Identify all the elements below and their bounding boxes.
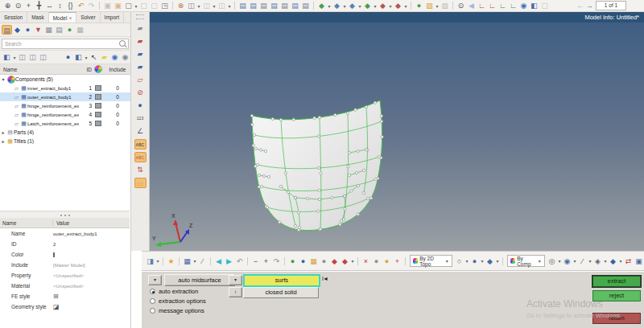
property-row-include[interactable]: Include [Master Model] [0, 260, 130, 270]
hide-entities-icon[interactable]: ● [298, 256, 308, 266]
tree-group-components[interactable]: ▾ Components (5) [0, 75, 130, 84]
tree-group-parts[interactable]: ▸ ▤ Parts (4) [0, 128, 130, 137]
copy-entities-icon[interactable]: ◫ [186, 1, 196, 10]
paste-component-icon[interactable]: ◫ [27, 52, 38, 62]
radio-auto-extraction[interactable]: auto extraction [150, 288, 198, 295]
tab-solver[interactable]: Solver [76, 12, 100, 23]
show-eye-icon[interactable]: ◉ [109, 52, 120, 62]
set-view-icon[interactable]: ▦ [43, 25, 54, 35]
toolbar-grip[interactable] [136, 14, 144, 19]
show-entities-icon[interactable]: ● [287, 256, 298, 266]
property-row-geometry-style[interactable]: Geometry style ◪ [0, 301, 130, 312]
topo-display-dropdown[interactable]: By 2D Topo ▾ [410, 255, 452, 267]
color-swatch[interactable] [95, 103, 101, 109]
sync-include-icon[interactable]: ◆ [347, 1, 357, 10]
expander-icon[interactable]: ▸ [0, 129, 6, 135]
feature-lines-icon[interactable]: ◈ [592, 256, 603, 266]
selector-arrow-icon[interactable]: ↖ [89, 52, 99, 62]
fit-view-icon[interactable]: + [23, 1, 34, 10]
tab-mask[interactable]: Mask [27, 12, 49, 23]
help-disabled-icon[interactable]: ▨ [440, 1, 450, 10]
numbers-display-icon[interactable]: 123 [134, 113, 147, 124]
load-include-icon[interactable]: ◆ [316, 1, 327, 10]
graphics-viewport[interactable]: Model Info: Untitled* X Y Z [150, 12, 644, 251]
model-canvas[interactable] [150, 12, 644, 251]
measure-tool-icon[interactable]: ∠ [134, 126, 147, 137]
solid-toggle-button[interactable]: ↕ [229, 287, 242, 297]
shaded-geometry-icon[interactable]: ● [469, 256, 480, 266]
property-row-material[interactable]: Material <Unspecified> [0, 281, 130, 291]
highlight-flag-icon[interactable]: ▰ [99, 52, 109, 62]
view-redo-icon[interactable]: ↷ [86, 1, 97, 10]
radio-message-options[interactable]: message options [150, 307, 204, 314]
pan-hand-icon[interactable]: ╋ [34, 1, 44, 10]
sphere-view-icon[interactable]: ● [23, 25, 33, 35]
previous-view-icon[interactable]: ◀ [466, 1, 477, 10]
paste-special-icon[interactable]: ◫ [217, 1, 227, 10]
geometry-surface-red-icon[interactable]: ▰ [134, 36, 147, 47]
axis-yz-icon[interactable]: ∟ [487, 1, 497, 10]
zoom-area-icon[interactable]: ⊕ [2, 1, 13, 10]
midsurface-dropdown-button[interactable]: ▾ [148, 275, 162, 285]
layer-view-icon[interactable]: ▤ [54, 25, 64, 35]
titles-display-icon[interactable]: ▭ [134, 178, 147, 188]
layout-one-icon[interactable]: ▢ [138, 1, 149, 10]
page-indicator[interactable]: 1 of 1 [596, 1, 626, 10]
view-orient-icon[interactable]: ◨ [145, 256, 155, 266]
paste-entities-icon[interactable]: ◫ [201, 1, 212, 10]
color-swatch[interactable] [95, 85, 101, 91]
page-forward-icon[interactable]: → [586, 2, 593, 10]
axis-custom-icon[interactable]: ∟ [508, 1, 518, 10]
layout-two-icon[interactable]: ▢ [149, 1, 159, 10]
surfs-collector[interactable]: surfs [243, 274, 320, 287]
shaded-elements-icon[interactable]: ◉ [562, 256, 572, 266]
wireframe-elements-icon[interactable]: ◎ [547, 256, 557, 266]
update-include-icon[interactable]: ◆ [332, 1, 342, 10]
save-as-icon[interactable]: ▤ [300, 1, 311, 10]
geometry-outline-icon[interactable]: ▱ [134, 75, 147, 85]
vector-display-icon[interactable]: ⇅ [134, 165, 147, 175]
rotate-horizontal-icon[interactable]: ↔ [44, 1, 55, 10]
pin-options-icon[interactable]: ◆ [340, 256, 350, 266]
dropdown-caret-icon[interactable]: ▾ [495, 258, 500, 264]
copy-component-icon[interactable]: ◫ [17, 52, 27, 62]
entity-view-icon[interactable]: ◆ [12, 25, 23, 35]
zoom-in-icon[interactable]: + [261, 256, 271, 266]
expander-icon[interactable]: ▾ [0, 76, 6, 82]
show-sphere-icon[interactable]: ● [63, 52, 73, 62]
geometry-solid-icon[interactable]: ▰ [134, 62, 147, 72]
label-abc-active-icon[interactable]: ABC [134, 139, 147, 150]
color-swatch[interactable] [95, 112, 101, 117]
hide-eye-icon[interactable]: ◉ [120, 52, 130, 62]
find-entity-icon[interactable]: ⊙ [456, 1, 466, 10]
geometry-surface-blue-icon[interactable]: ▰ [134, 49, 147, 59]
tab-close-icon[interactable]: × [68, 15, 72, 21]
eraser-icon[interactable]: ∕ [197, 256, 208, 266]
normals-display-icon[interactable]: + [392, 256, 402, 266]
pin-entity-icon[interactable]: ◆ [329, 256, 340, 266]
view-restore-icon[interactable]: ↶ [234, 256, 245, 266]
color-swatch[interactable] [95, 94, 101, 100]
mask-off-icon[interactable]: ⊘ [134, 88, 147, 98]
isolate-entities-icon[interactable]: ▦ [308, 256, 319, 266]
zoom-out-icon[interactable]: − [250, 256, 261, 266]
mask-sphere-icon[interactable]: ● [371, 256, 382, 266]
sphere-display-icon[interactable]: ● [134, 100, 147, 111]
wireframe-geometry-icon[interactable]: ○ [454, 256, 464, 266]
isolate-cube-icon[interactable]: ◧ [73, 52, 84, 62]
search-input[interactable]: Search [2, 39, 129, 49]
favorites-icon[interactable]: ★ [166, 256, 176, 266]
label-abc-icon[interactable]: ABC [134, 152, 147, 162]
color-swatch[interactable] [95, 121, 101, 126]
browser-toggle-icon[interactable]: ▦ [182, 256, 192, 266]
export-geometry-icon[interactable]: ▤ [269, 1, 279, 10]
tab-import[interactable]: Import [101, 12, 124, 23]
tab-session[interactable]: Session [0, 12, 27, 23]
user-profile-icon[interactable]: ● [414, 1, 424, 10]
dropdown-caret-icon[interactable]: ▾ [403, 3, 408, 9]
axis-zx-icon[interactable]: ∟ [497, 1, 508, 10]
capture-video-icon[interactable]: ▣ [113, 1, 123, 10]
reverse-display-icon[interactable]: ● [319, 256, 329, 266]
collector-dropdown-button[interactable]: ▾ [229, 275, 242, 285]
hood-surface-model[interactable] [250, 100, 383, 232]
